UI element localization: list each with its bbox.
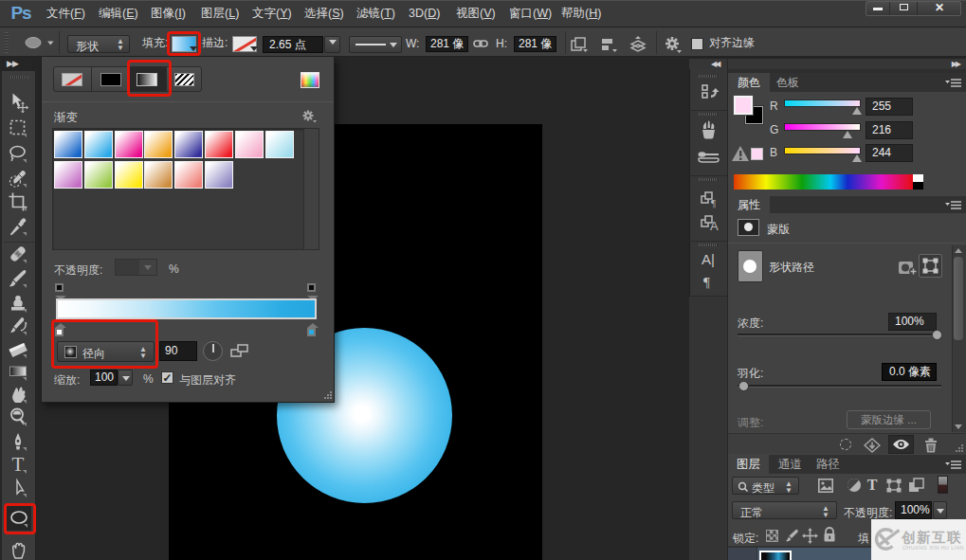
svg-text:A: A [710, 219, 719, 233]
svg-text:¶: ¶ [711, 197, 716, 208]
